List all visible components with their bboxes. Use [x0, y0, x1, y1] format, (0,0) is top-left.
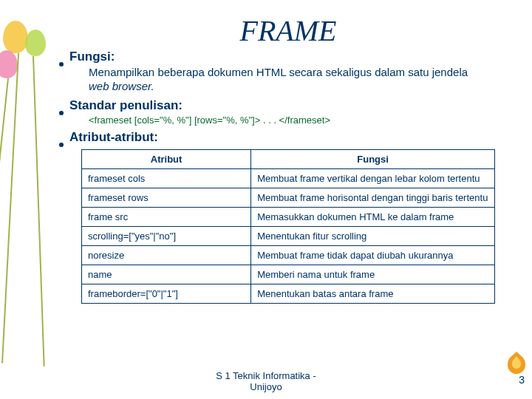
table-header-attr: Atribut [82, 149, 251, 168]
table-row: frameset colsMembuat frame vertikal deng… [82, 168, 495, 188]
section-standar-code: <frameset [cols="%, %"] [rows="%, %"]> .… [89, 115, 488, 126]
section-fungsi-label: Fungsi: [69, 50, 115, 64]
table-row: frameborder=["0"|"1"]Menentukan batas an… [82, 284, 495, 303]
section-atribut-label: Atribut-atribut: [69, 130, 158, 145]
bullet-icon [59, 143, 64, 147]
table-row: scrolling=["yes"|"no"]Menentukan fitur s… [82, 226, 495, 245]
section-standar-label: Standar penulisan: [69, 98, 183, 113]
page-number: 3 [519, 374, 525, 386]
table-row: frame srcMemasukkan dokumen HTML ke dala… [82, 207, 495, 226]
bullet-icon [59, 111, 64, 115]
table-row: noresizeMembuat frame tidak dapat diubah… [82, 245, 495, 265]
slide-footer: S 1 Teknik Informatika - Unijoyo [0, 370, 532, 393]
bullet-icon [59, 62, 64, 66]
atribut-table: Atribut Fungsi frameset colsMembuat fram… [81, 149, 495, 304]
table-row: frameset rowsMembuat frame horisontal de… [82, 188, 495, 207]
table-header-fungsi: Fungsi [251, 149, 495, 168]
slide-title: FRAME [89, 13, 488, 48]
section-fungsi-desc: Menampilkan beberapa dokumen HTML secara… [89, 66, 488, 94]
table-row: nameMemberi nama untuk frame [82, 265, 495, 284]
